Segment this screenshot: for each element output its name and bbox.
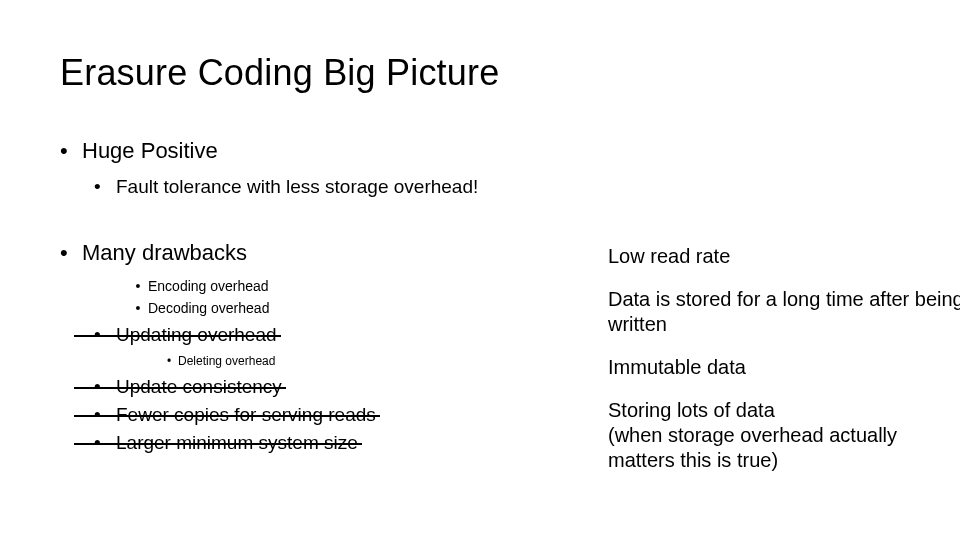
text-updating-overhead: Updating overhead	[116, 324, 277, 346]
bullet-dot-icon: •	[94, 176, 116, 198]
slide-title: Erasure Coding Big Picture	[60, 52, 960, 94]
side-notes: Low read rate Data is stored for a long …	[608, 244, 960, 491]
note-storing-lots: Storing lots of data (when storage overh…	[608, 398, 960, 473]
note-storing-lots-line1: Storing lots of data	[608, 398, 960, 423]
note-low-read-rate: Low read rate	[608, 244, 960, 269]
bullet-dot-icon: •	[128, 300, 148, 316]
text-many-drawbacks: Many drawbacks	[82, 240, 247, 266]
note-immutable-data: Immutable data	[608, 355, 960, 380]
text-deleting-overhead: Deleting overhead	[178, 354, 275, 368]
slide: Erasure Coding Big Picture • Huge Positi…	[0, 0, 960, 540]
text-fault-tolerance: Fault tolerance with less storage overhe…	[116, 176, 478, 198]
note-storing-lots-line2: (when storage overhead actually matters …	[608, 423, 960, 473]
bullet-huge-positive: • Huge Positive	[60, 138, 960, 164]
bullet-dot-icon: •	[160, 354, 178, 368]
text-huge-positive: Huge Positive	[82, 138, 218, 164]
text-decoding-overhead: Decoding overhead	[148, 300, 269, 316]
text-larger-minimum: Larger minimum system size	[116, 432, 358, 454]
bullet-dot-icon: •	[128, 278, 148, 294]
bullet-dot-icon: •	[60, 138, 82, 164]
bullet-dot-icon: •	[60, 240, 82, 266]
bullet-fault-tolerance: • Fault tolerance with less storage over…	[94, 176, 960, 198]
text-fewer-copies: Fewer copies for serving reads	[116, 404, 376, 426]
note-long-time-stored: Data is stored for a long time after bei…	[608, 287, 960, 337]
text-update-consistency: Update consistency	[116, 376, 282, 398]
text-encoding-overhead: Encoding overhead	[148, 278, 269, 294]
